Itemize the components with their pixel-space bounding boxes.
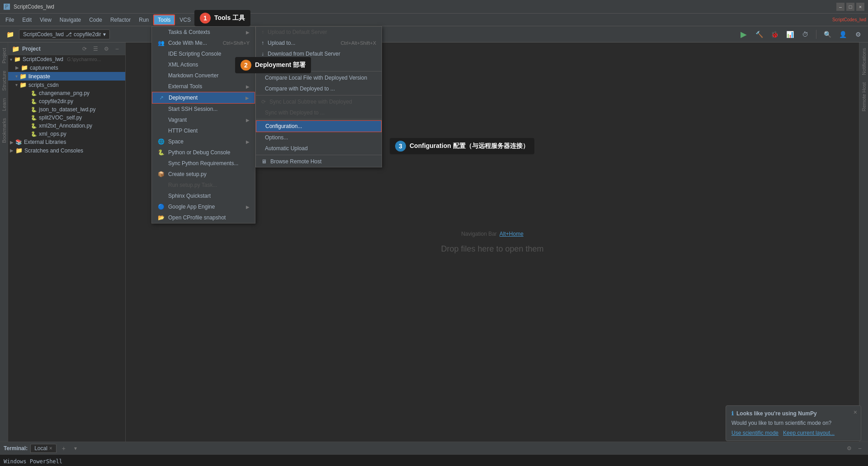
deploy-upload-default[interactable]: ↑ Upload to Default Server — [256, 27, 382, 38]
right-tab-notifications[interactable]: Notifications — [860, 44, 868, 79]
menu-item-run-setup[interactable]: Run setup.py Task... — [152, 180, 255, 190]
sidebar-tab-project[interactable]: Project — [0, 44, 8, 67]
menu-item-ssh[interactable]: Start SSH Session... — [152, 104, 255, 114]
menu-item-google-app-engine[interactable]: 🔵 Google App Engine ▶ — [152, 201, 255, 212]
deploy-browse-remote[interactable]: 🖥 Browse Remote Host — [256, 156, 382, 167]
deploy-upload-to[interactable]: ↑ Upload to... Ctrl+Alt+Shift+X — [256, 38, 382, 48]
minimize-button[interactable]: – — [836, 3, 844, 11]
root-path: G:\pycharmro... — [67, 57, 101, 62]
tree-linepaste[interactable]: ▾ 📁 linepaste — [8, 72, 125, 81]
deploy-automatic-upload[interactable]: Automatic Upload — [256, 143, 382, 154]
menu-item-external-tools[interactable]: External Tools ▶ — [152, 81, 255, 92]
deploy-sync-with[interactable]: Sync with Deployed to ... — [256, 107, 382, 118]
tasks-arrow: ▶ — [246, 30, 250, 35]
menu-item-tasks[interactable]: Tasks & Contexts ▶ — [152, 27, 255, 38]
collapse-btn[interactable]: – — [113, 44, 122, 53]
tree-root[interactable]: ▾ 📁 ScriptCodes_lwd G:\pycharmro... — [8, 55, 125, 63]
tree-scripts-csdn[interactable]: ▾ 📁 scripts_csdn — [8, 81, 125, 89]
sidebar-tab-learn[interactable]: Learn — [0, 95, 8, 114]
deploy-compare-local[interactable]: Compare Local File with Deployed Version — [256, 72, 382, 83]
filter-btn[interactable]: ☰ — [91, 44, 100, 53]
menu-item-create-setup[interactable]: 📦 Create setup.py — [152, 169, 255, 180]
deploy-sep3 — [256, 119, 382, 119]
search-button[interactable]: 🔍 — [821, 28, 834, 41]
user-button[interactable]: 👤 — [836, 28, 849, 41]
tree-scratches[interactable]: ▶ 📁 Scratches and Consoles — [8, 146, 125, 155]
browse-remote-label: Browse Remote Host — [270, 158, 321, 165]
menu-vcs[interactable]: VCS — [176, 15, 194, 24]
menu-bar: File Edit View Navigate Code Refactor Ru… — [0, 14, 868, 26]
menu-view[interactable]: View — [36, 15, 55, 24]
keep-layout-link[interactable]: Keep current layout... — [783, 430, 835, 436]
terminal-tab-close[interactable]: × — [49, 445, 52, 452]
sync-btn[interactable]: ⟳ — [80, 44, 89, 53]
tree-xml-ops[interactable]: 🐍 xml_ops.py — [8, 130, 125, 138]
sidebar-tab-bookmarks[interactable]: Bookmarks — [0, 114, 8, 147]
right-tab-remote-host[interactable]: Remote Host — [860, 79, 868, 115]
menu-edit[interactable]: Edit — [19, 15, 35, 24]
right-sidebar: Notifications Remote Host — [859, 43, 868, 442]
tree-ext-libraries[interactable]: ▶ 📚 External Libraries — [8, 138, 125, 146]
menu-item-python-debug-console[interactable]: 🐍 Python or Debug Console — [152, 147, 255, 158]
linepaste-icon: 📁 — [19, 73, 27, 80]
code-with-me-label: Code With Me... — [168, 40, 207, 46]
cprofile-label: Open CProfile snapshot — [168, 214, 226, 221]
menu-code[interactable]: Code — [85, 15, 106, 24]
sidebar-tab-structure[interactable]: Structure — [0, 67, 8, 95]
menu-item-deployment[interactable]: ↗ Deployment ▶ — [152, 92, 255, 104]
scientific-mode-link[interactable]: Use scientific mode — [731, 430, 778, 436]
menu-refactor[interactable]: Refactor — [107, 15, 134, 24]
terminal-more-btn[interactable]: ▾ — [71, 444, 80, 453]
tree-xml2txt[interactable]: 🐍 xml2txt_Annotation.py — [8, 122, 125, 130]
deploy-sep4 — [256, 155, 382, 155]
menu-item-cprofile[interactable]: 📂 Open CProfile snapshot — [152, 212, 255, 223]
profile-button[interactable]: ⏱ — [799, 28, 811, 41]
terminal-add-btn[interactable]: + — [59, 444, 68, 453]
build-button[interactable]: 🔨 — [753, 28, 765, 41]
menu-item-sync-requirements[interactable]: Sync Python Requirements... — [152, 158, 255, 169]
menu-item-code-with-me[interactable]: 👥 Code With Me... Ctrl+Shift+Y — [152, 38, 255, 48]
run-button[interactable]: ▶ — [737, 28, 750, 41]
menu-item-http-client[interactable]: HTTP Client — [152, 125, 255, 136]
compare-local-label: Compare Local File with Deployed Version — [265, 75, 367, 81]
terminal-local-tab[interactable]: Local × — [30, 444, 57, 453]
coverage-button[interactable]: 📊 — [783, 28, 796, 41]
main-layout: Project Structure Learn Bookmarks 📁 Proj… — [0, 43, 868, 442]
terminal-minimize-btn[interactable]: – — [855, 444, 864, 453]
menu-navigate[interactable]: Navigate — [56, 15, 85, 24]
linepaste-label: linepaste — [28, 73, 50, 80]
title-bar-left: 🅿 ScriptCodes_lwd — [4, 3, 54, 10]
json-dataset-label: json_to_dataset_lwd.py — [39, 106, 95, 113]
vagrant-arrow: ▶ — [246, 118, 250, 123]
tree-changename[interactable]: 🐍 changename_png.py — [8, 89, 125, 97]
menu-file[interactable]: File — [2, 15, 18, 24]
tree-capturenets[interactable]: ▶ 📁 capturenets — [8, 63, 125, 72]
project-selector[interactable]: ScriptCodes_lwd ⎇ copyfile2dir ▾ — [19, 29, 110, 39]
deploy-compare-with[interactable]: Compare with Deployed to ... — [256, 83, 382, 94]
terminal-line-1: Windows PowerShell — [4, 458, 864, 465]
space-label: Space — [168, 138, 184, 145]
menu-tools[interactable]: Tools — [153, 14, 175, 25]
project-icon-btn[interactable]: 📁 — [4, 28, 16, 41]
tooltip-configuration: 3 Configuration 配置（与远程服务器连接） — [390, 138, 534, 154]
tree-split2voc[interactable]: 🐍 split2VOC_self.py — [8, 114, 125, 122]
menu-item-vagrant[interactable]: Vagrant ▶ — [152, 114, 255, 125]
terminal-settings-btn[interactable]: ⚙ — [844, 444, 854, 453]
deploy-configuration[interactable]: Configuration... — [256, 120, 382, 132]
menu-item-space[interactable]: 🌐 Space ▶ — [152, 136, 255, 147]
nav-bar-link[interactable]: Alt+Home — [500, 231, 524, 237]
settings-button[interactable]: ⚙ — [852, 28, 864, 41]
menu-run[interactable]: Run — [135, 15, 152, 24]
maximize-button[interactable]: □ — [846, 3, 854, 11]
close-button[interactable]: × — [856, 3, 864, 11]
menu-item-sphinx[interactable]: Sphinx Quickstart — [152, 190, 255, 201]
debug-button[interactable]: 🐞 — [768, 28, 781, 41]
deploy-options[interactable]: Options... — [256, 132, 382, 143]
gear-btn[interactable]: ⚙ — [102, 44, 111, 53]
notification-close-btn[interactable]: × — [854, 409, 857, 416]
deploy-sync-local[interactable]: ⟳ Sync Local Subtree with Deployed — [256, 96, 382, 107]
scripts-csdn-icon: 📁 — [19, 81, 27, 88]
tree-copyfile2dir[interactable]: 🐍 copyfile2dir.py — [8, 97, 125, 105]
root-label: ScriptCodes_lwd — [23, 56, 63, 62]
tree-json-dataset[interactable]: 🐍 json_to_dataset_lwd.py — [8, 105, 125, 114]
